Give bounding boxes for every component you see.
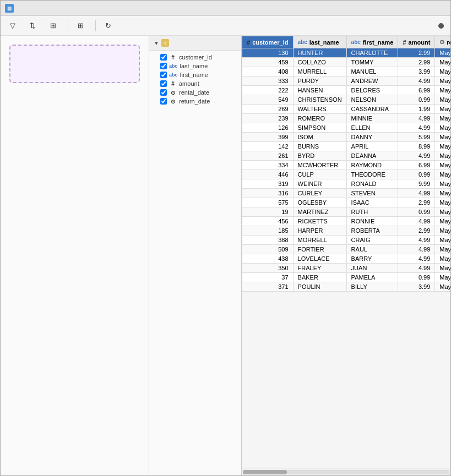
table-row[interactable]: 459COLLAZOTOMMY2.99May 24, 2005 10:54:33…	[242, 58, 451, 67]
cell-first_name: CASSANDRA	[346, 105, 398, 114]
cell-amount: 4.99	[398, 254, 435, 264]
table-row[interactable]: 126SIMPSONELLEN4.99May 25, 2005 12:00:40…	[242, 123, 451, 133]
table-row[interactable]: 371POULINBILLY3.99May 25, 2005 03:36:50 …	[242, 282, 451, 292]
cell-amount: 4.99	[398, 264, 435, 273]
query-box[interactable]	[9, 45, 140, 83]
field-checkbox-return_date[interactable]	[160, 98, 167, 105]
cell-last_name: CHRISTENSON	[293, 95, 346, 105]
cell-last_name: MURRELL	[293, 67, 346, 76]
table-row[interactable]: 239ROMEROMINNIE4.99May 24, 2005 11:31:46…	[242, 114, 451, 123]
table-row[interactable]: 575OGLESBYISAAC2.99May 25, 2005 01:06:36…	[242, 198, 451, 207]
field-item-customer_id[interactable]: #customer_id	[149, 53, 241, 62]
table-row[interactable]: 334MCWHORTERRAYMOND6.99May 25, 2005 12:2…	[242, 161, 451, 170]
field-item-last_name[interactable]: abclast_name	[149, 62, 241, 70]
field-checkbox-last_name[interactable]	[160, 63, 167, 69]
cell-customer_id: 185	[242, 226, 294, 236]
table-row[interactable]: 399ISOMDANNY5.99May 25, 2005 12:02:21 AM…	[242, 133, 451, 142]
cell-rental_date: May 24, 2005 11:31:46 P	[435, 114, 450, 123]
cell-first_name: MANUEL	[346, 67, 398, 76]
field-item-first_name[interactable]: abcfirst_name	[149, 70, 241, 79]
new-custom-field-icon: ⊞	[78, 21, 84, 30]
col-header-customer_id[interactable]: #customer_id	[242, 36, 294, 48]
table-row[interactable]: 19MARTINEZRUTH0.99May 25, 2005 01:10:47 …	[242, 207, 451, 217]
table-row[interactable]: 261BYRDDEANNA4.99May 25, 2005 12:19:27 A…	[242, 151, 451, 161]
projection-button[interactable]: ⊞	[45, 19, 63, 32]
filter-icon: ▽	[10, 21, 15, 30]
cell-amount: 0.99	[398, 95, 435, 105]
horizontal-scrollbar[interactable]	[242, 468, 450, 475]
cell-rental_date: May 25, 2005 01:10:47 A	[435, 207, 450, 217]
cell-last_name: FORTIER	[293, 245, 346, 254]
cell-last_name: CULP	[293, 170, 346, 179]
col-header-amount[interactable]: #amount	[398, 36, 435, 48]
cell-amount: 0.99	[398, 207, 435, 217]
field-checkbox-rental_date[interactable]	[160, 89, 167, 96]
col-header-last_name[interactable]: abclast_name	[293, 36, 346, 48]
cell-amount: 2.99	[398, 226, 435, 236]
table-row[interactable]: 509FORTIERRAUL4.99May 25, 2005 02:19:23 …	[242, 245, 451, 254]
field-item-rental_date[interactable]: ⊙rental_date	[149, 88, 241, 97]
cell-last_name: HARPER	[293, 226, 346, 236]
table-row[interactable]: 438LOVELACEBARRY4.99May 25, 2005 02:40:2…	[242, 254, 451, 264]
table-row[interactable]: 549CHRISTENSONNELSON0.99May 24, 2005 11:…	[242, 95, 451, 105]
table-row[interactable]: 388MORRELLCRAIG4.99May 25, 2005 01:59:46…	[242, 236, 451, 245]
cell-last_name: COLLAZO	[293, 58, 346, 67]
table-row[interactable]: 269WALTERSCASSANDRA1.99May 24, 2005 11:1…	[242, 105, 451, 114]
cell-first_name: RONNIE	[346, 217, 398, 226]
scrollbar-thumb[interactable]	[243, 470, 287, 474]
table-row[interactable]: 408MURRELLMANUEL3.99May 24, 2005 11:03:3…	[242, 67, 451, 76]
cell-customer_id: 239	[242, 114, 294, 123]
filter-button[interactable]: ▽	[5, 19, 23, 32]
col-header-rental_date[interactable]: ⊙rental_date	[435, 36, 450, 48]
cell-last_name: MORRELL	[293, 236, 346, 245]
new-custom-field-button[interactable]: ⊞	[73, 19, 91, 32]
field-item-return_date[interactable]: ⊙return_date	[149, 97, 241, 106]
table-row[interactable]: 222HANSENDELORES6.99May 24, 2005 11:05:2…	[242, 86, 451, 95]
table-row[interactable]: 319WEINERRONALD9.99May 25, 2005 12:39:22…	[242, 179, 451, 189]
field-checkbox-customer_id[interactable]	[160, 54, 167, 61]
table-row[interactable]: 185HARPERROBERTA2.99May 25, 2005 01:48:4…	[242, 226, 451, 236]
table-row[interactable]: 130HUNTERCHARLOTTE2.99May 24, 2005 10:53…	[242, 48, 451, 58]
cell-customer_id: 333	[242, 76, 294, 86]
cell-amount: 4.99	[398, 236, 435, 245]
cell-amount: 4.99	[398, 189, 435, 198]
table-row[interactable]: 456RICKETTSRONNIE4.99May 25, 2005 01:17:…	[242, 217, 451, 226]
cell-last_name: MARTINEZ	[293, 207, 346, 217]
table-header[interactable]: ▼ T	[149, 36, 241, 51]
cell-last_name: HUNTER	[293, 48, 346, 58]
field-checkbox-amount[interactable]	[160, 80, 167, 87]
cell-first_name: DELORES	[346, 86, 398, 95]
sort-button[interactable]: ⇅	[25, 19, 43, 32]
cell-amount: 3.99	[398, 67, 435, 76]
table-row[interactable]: 446CULPTHEODORE0.99May 25, 2005 12:31:15…	[242, 170, 451, 179]
cell-amount: 4.99	[398, 114, 435, 123]
cell-customer_id: 371	[242, 282, 294, 292]
left-panel: ▼ T #customer_idabclast_nameabcfirst_nam…	[149, 36, 242, 475]
cell-last_name: RICKETTS	[293, 217, 346, 226]
cell-rental_date: May 25, 2005 02:40:21 A	[435, 254, 450, 264]
refresh-data-button[interactable]: ↻	[100, 19, 118, 32]
field-name-customer_id: customer_id	[179, 54, 212, 61]
cell-rental_date: May 25, 2005 12:22:55 A	[435, 161, 450, 170]
cell-rental_date: May 25, 2005 01:48:41 A	[435, 226, 450, 236]
cell-last_name: BURNS	[293, 142, 346, 151]
cell-rental_date: May 25, 2005 12:39:22 A	[435, 179, 450, 189]
cell-last_name: OGLESBY	[293, 198, 346, 207]
table-row[interactable]: 316CURLEYSTEVEN4.99May 25, 2005 12:43:11…	[242, 189, 451, 198]
cell-rental_date: May 25, 2005 03:36:50 A	[435, 282, 450, 292]
field-checkbox-first_name[interactable]	[160, 72, 167, 78]
cell-rental_date: May 24, 2005 10:53:30 P	[435, 48, 450, 58]
table-row[interactable]: 333PURDYANDREW4.99May 24, 2005 11:04:41 …	[242, 76, 451, 86]
cell-rental_date: May 24, 2005 11:11:53 P	[435, 105, 450, 114]
col-header-first_name[interactable]: abcfirst_name	[346, 36, 398, 48]
cell-first_name: ELLEN	[346, 123, 398, 133]
cell-customer_id: 334	[242, 161, 294, 170]
cell-customer_id: 37	[242, 273, 294, 282]
cell-last_name: FRALEY	[293, 264, 346, 273]
field-item-amount[interactable]: #amount	[149, 79, 241, 88]
table-row[interactable]: 350FRALEYJUAN4.99May 25, 2005 02:53:02 A…	[242, 264, 451, 273]
scrollbar-track[interactable]	[243, 470, 449, 474]
table-container[interactable]: #customer_idabclast_nameabcfirst_name#am…	[242, 36, 450, 468]
table-row[interactable]: 37BAKERPAMELA0.99May 25, 2005 03:21:20 A…	[242, 273, 451, 282]
table-row[interactable]: 142BURNSAPRIL8.99May 25, 2005 12:09:02 A…	[242, 142, 451, 151]
